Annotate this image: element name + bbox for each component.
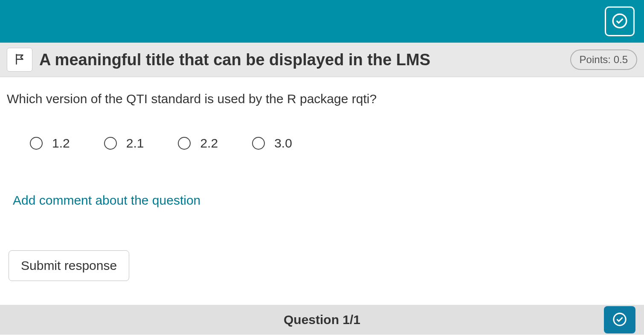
radio-icon: [30, 137, 43, 150]
option-3[interactable]: 2.2: [178, 136, 218, 151]
option-2[interactable]: 2.1: [104, 136, 144, 151]
check-circle-icon: [612, 13, 628, 30]
check-circle-icon: [612, 312, 627, 328]
question-body: Which version of the QTI standard is use…: [0, 77, 644, 288]
radio-icon: [252, 137, 265, 150]
submit-response-button[interactable]: Submit response: [9, 250, 129, 281]
footer-confirm-button[interactable]: [604, 306, 635, 333]
flag-icon: [13, 53, 26, 67]
pagination-label: Question 1/1: [284, 313, 360, 327]
option-label: 2.2: [200, 136, 218, 151]
top-bar: [0, 0, 644, 43]
top-confirm-button[interactable]: [605, 6, 635, 36]
question-title: A meaningful title that can be displayed…: [39, 51, 570, 69]
option-4[interactable]: 3.0: [252, 136, 292, 151]
option-1[interactable]: 1.2: [30, 136, 70, 151]
question-prompt: Which version of the QTI standard is use…: [7, 92, 637, 106]
option-label: 2.1: [126, 136, 144, 151]
flag-button[interactable]: [7, 48, 32, 72]
question-header: A meaningful title that can be displayed…: [0, 43, 644, 77]
options-group: 1.2 2.1 2.2 3.0: [7, 136, 637, 151]
option-label: 1.2: [52, 136, 70, 151]
radio-icon: [104, 137, 117, 150]
points-badge: Points: 0.5: [570, 49, 637, 70]
radio-icon: [178, 137, 191, 150]
option-label: 3.0: [274, 136, 292, 151]
footer-bar: Question 1/1: [0, 305, 644, 335]
add-comment-link[interactable]: Add comment about the question: [7, 193, 200, 208]
